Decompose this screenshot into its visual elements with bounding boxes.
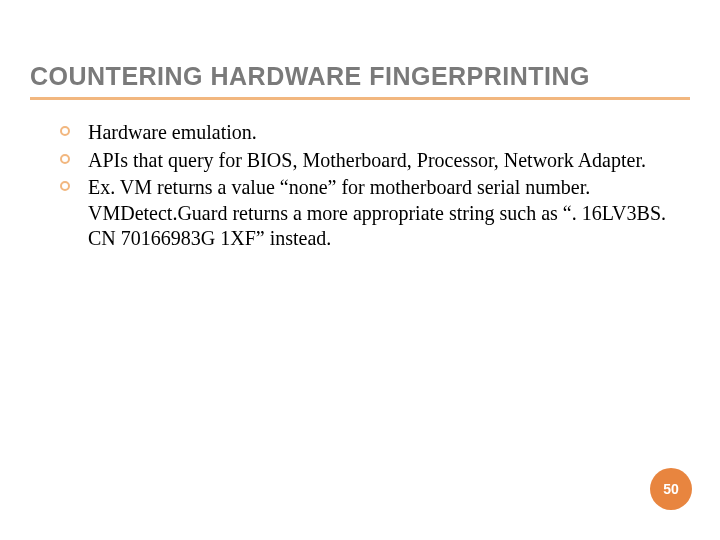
list-item-text: Hardware emulation. <box>88 121 257 143</box>
list-item: APIs that query for BIOS, Motherboard, P… <box>60 148 675 174</box>
page-number-badge: 50 <box>650 468 692 510</box>
title-wrap: COUNTERING HARDWARE FINGERPRINTING <box>30 62 690 100</box>
page-number: 50 <box>663 481 679 497</box>
slide: COUNTERING HARDWARE FINGERPRINTING Hardw… <box>0 0 720 540</box>
slide-title: COUNTERING HARDWARE FINGERPRINTING <box>30 62 690 91</box>
bullet-list: Hardware emulation. APIs that query for … <box>60 120 675 252</box>
list-item-text: Ex. VM returns a value “none” for mother… <box>88 176 666 249</box>
list-item-text: APIs that query for BIOS, Motherboard, P… <box>88 149 646 171</box>
list-item: Ex. VM returns a value “none” for mother… <box>60 175 675 252</box>
list-item: Hardware emulation. <box>60 120 675 146</box>
slide-body: Hardware emulation. APIs that query for … <box>60 120 675 254</box>
